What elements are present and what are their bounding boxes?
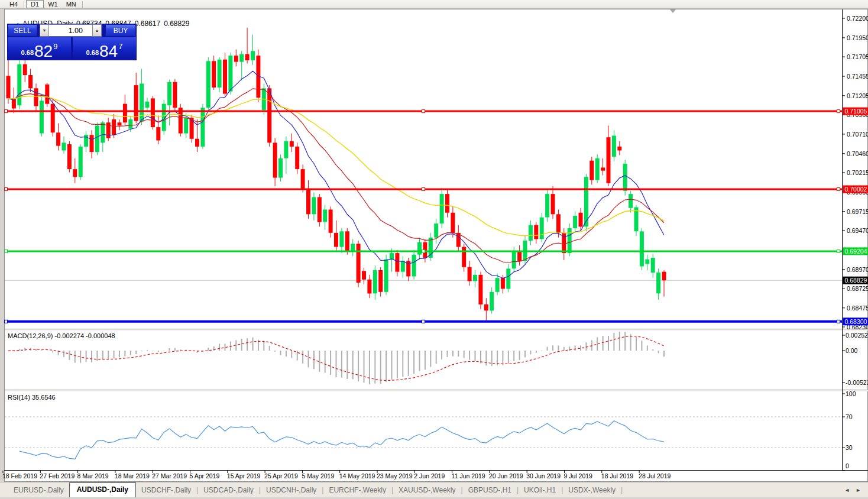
rsi-name: RSI(14) — [8, 394, 30, 401]
sell-price-pip: 9 — [53, 42, 57, 51]
svg-text:0.68300: 0.68300 — [845, 318, 867, 325]
svg-text:0.71205: 0.71205 — [847, 92, 868, 99]
svg-text:30 Jun 2019: 30 Jun 2019 — [526, 472, 561, 479]
svg-text:18 Mar 2019: 18 Mar 2019 — [115, 472, 150, 479]
svg-text:25 Apr 2019: 25 Apr 2019 — [264, 472, 298, 479]
volume-input[interactable] — [49, 24, 92, 37]
svg-text:2 Jun 2019: 2 Jun 2019 — [414, 472, 445, 479]
line-handle[interactable] — [5, 250, 8, 252]
tab-usdchf-daily[interactable]: USDCHF-,Daily — [136, 484, 196, 497]
tab-usdcad-daily[interactable]: USDCAD-,Daily — [198, 484, 259, 497]
buy-price-big: 84 — [99, 45, 118, 58]
line-handle[interactable] — [422, 110, 425, 113]
buy-price-panel[interactable]: 0.68 84 7 — [73, 37, 136, 60]
svg-text:0.69470: 0.69470 — [847, 227, 868, 234]
tab-usdcnh-daily[interactable]: USDCNH-,Daily — [261, 484, 322, 497]
tab-eurusd-daily[interactable]: EURUSD-,Daily — [8, 484, 69, 497]
svg-text:0.69715: 0.69715 — [847, 208, 868, 215]
svg-text:15 Apr 2019: 15 Apr 2019 — [227, 472, 261, 479]
svg-text:0.68970: 0.68970 — [847, 266, 868, 273]
svg-text:8 Mar 2019: 8 Mar 2019 — [77, 472, 109, 479]
svg-text:0.72200: 0.72200 — [847, 15, 868, 22]
svg-text:0.00: 0.00 — [846, 347, 858, 354]
tab-eurchf-weekly[interactable]: EURCHF-,Weekly — [323, 484, 391, 497]
volume-increase-button[interactable]: ▲ — [92, 24, 102, 37]
line-handle[interactable] — [422, 187, 425, 190]
tab-audusd-daily[interactable]: AUDUSD-,Daily — [69, 482, 136, 497]
svg-text:0.69204: 0.69204 — [845, 248, 867, 255]
sell-button[interactable]: SELL — [8, 24, 37, 37]
line-handle[interactable] — [5, 187, 8, 190]
macd-indicator-label: MACD(12,26,9) -0.002274 -0.000048 — [8, 332, 115, 339]
svg-text:18 Feb 2019: 18 Feb 2019 — [2, 472, 37, 479]
day-low: 0.68617 — [135, 20, 160, 28]
line-handle[interactable] — [5, 320, 8, 323]
tab-gbpusd-h1[interactable]: GBPUSD-,H1 — [463, 484, 517, 497]
buy-price-pip: 7 — [118, 42, 122, 51]
chart-tab-bar: EURUSD-,DailyAUDUSD-,DailyUSDCHF-,Daily|… — [0, 482, 868, 497]
svg-text:0.68829: 0.68829 — [845, 277, 867, 284]
svg-text:0.71950: 0.71950 — [847, 34, 868, 41]
svg-text:18 Jul 2019: 18 Jul 2019 — [601, 472, 633, 479]
tab-scroll-right-icon[interactable]: ► — [856, 487, 861, 493]
macd-name: MACD(12,26,9) — [8, 332, 53, 339]
line-handle[interactable] — [837, 320, 840, 323]
svg-text:5 Apr 2019: 5 Apr 2019 — [190, 472, 220, 479]
day-close: 0.68829 — [164, 20, 189, 28]
svg-text:0.71705: 0.71705 — [847, 53, 868, 60]
svg-text:0.68475: 0.68475 — [847, 304, 868, 312]
svg-text:23 May 2019: 23 May 2019 — [377, 472, 413, 479]
svg-text:0: 0 — [846, 462, 849, 469]
tab-scroll-left-icon[interactable]: ◄ — [844, 487, 850, 493]
tab-ukoil-h1[interactable]: UKOil-,H1 — [519, 484, 561, 497]
sell-price-panel[interactable]: 0.68 82 9 — [8, 37, 71, 60]
svg-text:70: 70 — [846, 413, 853, 420]
tab-xauusd-weekly[interactable]: XAUUSD-,Weekly — [393, 484, 461, 497]
line-handle[interactable] — [422, 250, 425, 252]
line-handle[interactable] — [837, 110, 840, 113]
volume-decrease-button[interactable]: ▼ — [40, 24, 49, 37]
svg-text:9 Jul 2019: 9 Jul 2019 — [564, 472, 593, 479]
svg-text:-0.005234: -0.005234 — [846, 379, 868, 386]
rsi-value: 35.6546 — [32, 394, 56, 401]
svg-text:0.70710: 0.70710 — [847, 131, 868, 138]
line-handle[interactable] — [422, 320, 425, 323]
svg-text:20 Jun 2019: 20 Jun 2019 — [489, 472, 523, 479]
buy-button[interactable]: BUY — [105, 24, 136, 37]
svg-text:27 Feb 2019: 27 Feb 2019 — [40, 472, 75, 479]
svg-text:0.002522: 0.002522 — [846, 332, 868, 339]
line-handle[interactable] — [5, 110, 8, 113]
chart-window-frame — [4, 9, 868, 482]
buy-price-prefix: 0.68 — [86, 49, 99, 56]
svg-text:0.68725: 0.68725 — [847, 285, 868, 292]
one-click-trading-panel: SELL ▼ ▲ BUY 0.68 82 9 0.68 84 7 — [7, 24, 137, 60]
sell-price-prefix: 0.68 — [21, 49, 34, 56]
svg-text:27 Mar 2019: 27 Mar 2019 — [152, 472, 187, 479]
rsi-indicator-label: RSI(14) 35.6546 — [8, 394, 56, 401]
tab-separator: | — [621, 486, 623, 497]
svg-text:5 May 2019: 5 May 2019 — [302, 472, 334, 479]
svg-text:11 Jun 2019: 11 Jun 2019 — [452, 472, 485, 479]
svg-text:28 Jul 2019: 28 Jul 2019 — [639, 472, 671, 479]
price-chart-canvas[interactable]: 0.722000.719500.717050.714550.712050.709… — [0, 0, 868, 499]
sell-price-big: 82 — [34, 45, 53, 58]
line-handle[interactable] — [837, 250, 840, 252]
svg-text:0.70460: 0.70460 — [847, 150, 868, 157]
tab-usdx-weekly[interactable]: USDX-,Weekly — [563, 484, 621, 497]
tab-scroll-buttons: ◄► — [844, 487, 868, 497]
svg-text:0.70002: 0.70002 — [845, 186, 867, 193]
line-handle[interactable] — [837, 187, 840, 190]
mt4-terminal-window: H4D1W1MN 0.722000.719500.717050.714550.7… — [0, 0, 868, 499]
svg-text:0.71005: 0.71005 — [845, 108, 867, 115]
svg-text:100: 100 — [846, 390, 856, 397]
svg-text:30: 30 — [846, 444, 853, 451]
svg-text:14 May 2019: 14 May 2019 — [339, 472, 375, 479]
svg-text:0.70215: 0.70215 — [847, 169, 868, 176]
svg-text:0.71455: 0.71455 — [847, 73, 868, 80]
macd-main-value: -0.002274 — [54, 332, 84, 339]
macd-signal-value: -0.000048 — [86, 332, 115, 339]
